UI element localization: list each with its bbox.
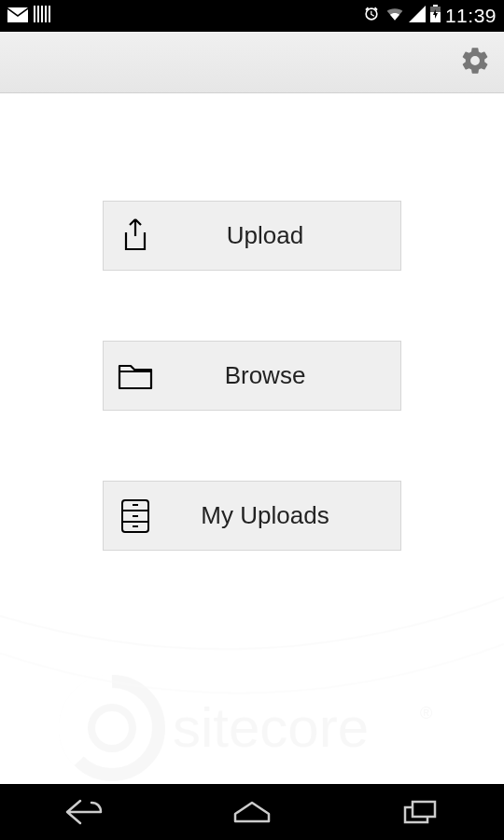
barcode-icon xyxy=(34,6,50,27)
upload-label: Upload xyxy=(167,221,400,250)
svg-point-9 xyxy=(91,707,133,749)
menu-buttons: Upload Browse My Uploads xyxy=(0,93,504,551)
myuploads-button[interactable]: My Uploads xyxy=(103,481,401,551)
home-button[interactable] xyxy=(224,793,280,831)
navigation-bar xyxy=(0,784,504,840)
status-right: 11:39 xyxy=(362,5,497,28)
recents-button[interactable] xyxy=(392,793,448,831)
svg-rect-2 xyxy=(41,6,43,22)
status-left xyxy=(7,6,50,27)
svg-rect-3 xyxy=(45,6,47,22)
battery-icon xyxy=(430,5,441,27)
svg-point-8 xyxy=(65,681,159,775)
upload-button[interactable]: Upload xyxy=(103,201,401,271)
svg-rect-0 xyxy=(34,6,35,22)
browse-button[interactable]: Browse xyxy=(103,341,401,411)
svg-rect-19 xyxy=(413,802,435,817)
mail-icon xyxy=(7,6,28,27)
status-bar: 11:39 xyxy=(0,0,504,32)
myuploads-label: My Uploads xyxy=(167,501,400,530)
sitecore-watermark: sitecore ® xyxy=(0,579,504,784)
clock-text: 11:39 xyxy=(445,5,497,27)
signal-icon xyxy=(409,6,426,27)
cabinet-icon xyxy=(104,498,167,534)
folder-icon xyxy=(104,360,167,392)
gear-icon xyxy=(459,45,491,77)
svg-text:sitecore: sitecore xyxy=(173,696,369,759)
back-button[interactable] xyxy=(56,793,112,831)
svg-rect-1 xyxy=(37,6,39,22)
main-content: sitecore ® Upload Browse xyxy=(0,93,504,784)
svg-rect-5 xyxy=(433,5,438,7)
browse-label: Browse xyxy=(167,361,400,390)
alarm-icon xyxy=(362,5,381,28)
svg-rect-4 xyxy=(49,6,50,22)
back-icon xyxy=(63,797,105,827)
settings-button[interactable] xyxy=(459,45,491,80)
svg-text:®: ® xyxy=(420,704,432,722)
upload-icon xyxy=(104,217,167,255)
home-icon xyxy=(231,799,273,825)
wifi-icon xyxy=(385,6,404,27)
recent-apps-icon xyxy=(401,798,439,826)
action-bar xyxy=(0,32,504,93)
